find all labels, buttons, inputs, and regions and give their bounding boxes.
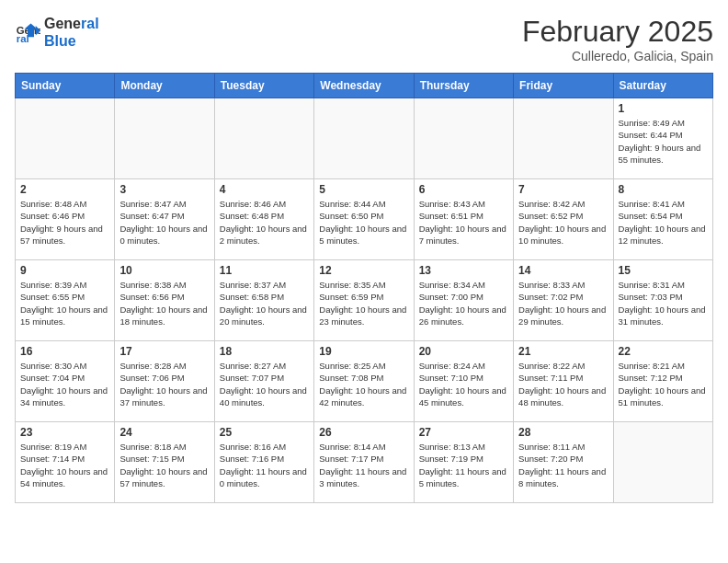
day-info: Sunrise: 8:27 AM Sunset: 7:07 PM Dayligh… (220, 360, 309, 408)
logo-blue: Blue (44, 32, 99, 50)
day-info: Sunrise: 8:11 AM Sunset: 7:20 PM Dayligh… (518, 441, 608, 489)
day-info: Sunrise: 8:24 AM Sunset: 7:10 PM Dayligh… (419, 360, 508, 408)
page-header: Gene ral General Blue February 2025 Cull… (15, 15, 713, 63)
calendar-cell: 26Sunrise: 8:14 AM Sunset: 7:17 PM Dayli… (314, 422, 414, 503)
day-number: 7 (518, 183, 608, 196)
day-number: 9 (20, 264, 109, 277)
calendar-cell: 20Sunrise: 8:24 AM Sunset: 7:10 PM Dayli… (414, 341, 513, 422)
calendar-week-3: 16Sunrise: 8:30 AM Sunset: 7:04 PM Dayli… (16, 341, 713, 422)
weekday-monday: Monday (115, 74, 214, 98)
day-number: 3 (119, 183, 209, 196)
calendar-cell: 12Sunrise: 8:35 AM Sunset: 6:59 PM Dayli… (314, 260, 414, 341)
calendar-week-2: 9Sunrise: 8:39 AM Sunset: 6:55 PM Daylig… (16, 260, 713, 341)
calendar-cell: 19Sunrise: 8:25 AM Sunset: 7:08 PM Dayli… (314, 341, 414, 422)
day-number: 12 (319, 264, 408, 277)
calendar-cell: 25Sunrise: 8:16 AM Sunset: 7:16 PM Dayli… (214, 422, 313, 503)
calendar-cell (314, 98, 414, 179)
weekday-sunday: Sunday (16, 74, 115, 98)
calendar-cell: 1Sunrise: 8:49 AM Sunset: 6:44 PM Daylig… (613, 98, 712, 179)
weekday-wednesday: Wednesday (314, 74, 414, 98)
day-number: 16 (20, 345, 109, 358)
day-info: Sunrise: 8:47 AM Sunset: 6:47 PM Dayligh… (119, 198, 209, 247)
calendar-cell: 15Sunrise: 8:31 AM Sunset: 7:03 PM Dayli… (613, 260, 712, 341)
calendar-cell: 13Sunrise: 8:34 AM Sunset: 7:00 PM Dayli… (414, 260, 513, 341)
day-number: 25 (220, 426, 309, 439)
calendar-cell: 18Sunrise: 8:27 AM Sunset: 7:07 PM Dayli… (214, 341, 313, 422)
day-number: 1 (619, 102, 708, 115)
calendar-cell: 27Sunrise: 8:13 AM Sunset: 7:19 PM Dayli… (414, 422, 513, 503)
logo: Gene ral General Blue (15, 15, 99, 50)
day-number: 6 (419, 183, 508, 196)
svg-text:ral: ral (17, 34, 29, 45)
calendar-cell: 9Sunrise: 8:39 AM Sunset: 6:55 PM Daylig… (16, 260, 115, 341)
weekday-saturday: Saturday (613, 74, 712, 98)
day-info: Sunrise: 8:30 AM Sunset: 7:04 PM Dayligh… (20, 360, 109, 408)
location: Culleredo, Galicia, Spain (522, 49, 713, 63)
logo-general: General (44, 15, 99, 32)
weekday-thursday: Thursday (414, 74, 513, 98)
logo-icon: Gene ral (15, 19, 40, 45)
calendar-cell: 7Sunrise: 8:42 AM Sunset: 6:52 PM Daylig… (514, 179, 613, 260)
day-number: 27 (419, 426, 508, 439)
calendar-cell: 3Sunrise: 8:47 AM Sunset: 6:47 PM Daylig… (115, 179, 214, 260)
day-info: Sunrise: 8:35 AM Sunset: 6:59 PM Dayligh… (319, 279, 408, 327)
calendar-cell: 10Sunrise: 8:38 AM Sunset: 6:56 PM Dayli… (115, 260, 214, 341)
day-info: Sunrise: 8:19 AM Sunset: 7:14 PM Dayligh… (20, 441, 109, 489)
day-number: 28 (518, 426, 608, 439)
calendar-cell: 14Sunrise: 8:33 AM Sunset: 7:02 PM Dayli… (514, 260, 613, 341)
day-info: Sunrise: 8:25 AM Sunset: 7:08 PM Dayligh… (319, 360, 408, 408)
day-number: 21 (518, 345, 608, 358)
day-info: Sunrise: 8:39 AM Sunset: 6:55 PM Dayligh… (20, 279, 109, 327)
calendar-cell (214, 98, 313, 179)
day-info: Sunrise: 8:28 AM Sunset: 7:06 PM Dayligh… (119, 360, 209, 408)
calendar-cell: 28Sunrise: 8:11 AM Sunset: 7:20 PM Dayli… (514, 422, 613, 503)
day-info: Sunrise: 8:43 AM Sunset: 6:51 PM Dayligh… (419, 198, 508, 247)
day-number: 20 (419, 345, 508, 358)
calendar-cell (16, 98, 115, 179)
day-info: Sunrise: 8:34 AM Sunset: 7:00 PM Dayligh… (419, 279, 508, 327)
calendar: SundayMondayTuesdayWednesdayThursdayFrid… (15, 73, 713, 503)
day-info: Sunrise: 8:31 AM Sunset: 7:03 PM Dayligh… (619, 279, 708, 327)
day-info: Sunrise: 8:38 AM Sunset: 6:56 PM Dayligh… (119, 279, 209, 327)
day-number: 19 (319, 345, 408, 358)
day-info: Sunrise: 8:49 AM Sunset: 6:44 PM Dayligh… (619, 117, 708, 166)
day-info: Sunrise: 8:14 AM Sunset: 7:17 PM Dayligh… (319, 441, 408, 489)
day-info: Sunrise: 8:48 AM Sunset: 6:46 PM Dayligh… (20, 198, 109, 247)
calendar-cell: 4Sunrise: 8:46 AM Sunset: 6:48 PM Daylig… (214, 179, 313, 260)
day-number: 4 (220, 183, 309, 196)
weekday-friday: Friday (514, 74, 613, 98)
calendar-cell: 21Sunrise: 8:22 AM Sunset: 7:11 PM Dayli… (514, 341, 613, 422)
day-info: Sunrise: 8:21 AM Sunset: 7:12 PM Dayligh… (619, 360, 708, 408)
day-number: 22 (619, 345, 708, 358)
calendar-cell (414, 98, 513, 179)
calendar-header: SundayMondayTuesdayWednesdayThursdayFrid… (16, 74, 713, 98)
day-info: Sunrise: 8:22 AM Sunset: 7:11 PM Dayligh… (518, 360, 608, 408)
day-info: Sunrise: 8:37 AM Sunset: 6:58 PM Dayligh… (220, 279, 309, 327)
day-number: 8 (619, 183, 708, 196)
day-info: Sunrise: 8:46 AM Sunset: 6:48 PM Dayligh… (220, 198, 309, 247)
day-number: 13 (419, 264, 508, 277)
calendar-cell: 6Sunrise: 8:43 AM Sunset: 6:51 PM Daylig… (414, 179, 513, 260)
calendar-cell: 23Sunrise: 8:19 AM Sunset: 7:14 PM Dayli… (16, 422, 115, 503)
day-info: Sunrise: 8:44 AM Sunset: 6:50 PM Dayligh… (319, 198, 408, 247)
day-info: Sunrise: 8:13 AM Sunset: 7:19 PM Dayligh… (419, 441, 508, 489)
day-number: 24 (119, 426, 209, 439)
day-number: 23 (20, 426, 109, 439)
month-title: February 2025 (522, 15, 713, 49)
calendar-cell: 5Sunrise: 8:44 AM Sunset: 6:50 PM Daylig… (314, 179, 414, 260)
calendar-cell (514, 98, 613, 179)
day-number: 26 (319, 426, 408, 439)
day-number: 18 (220, 345, 309, 358)
calendar-cell: 2Sunrise: 8:48 AM Sunset: 6:46 PM Daylig… (16, 179, 115, 260)
weekday-header-row: SundayMondayTuesdayWednesdayThursdayFrid… (16, 74, 713, 98)
title-block: February 2025 Culleredo, Galicia, Spain (522, 15, 713, 63)
calendar-cell (613, 422, 712, 503)
calendar-cell (115, 98, 214, 179)
day-info: Sunrise: 8:41 AM Sunset: 6:54 PM Dayligh… (619, 198, 708, 247)
calendar-cell: 17Sunrise: 8:28 AM Sunset: 7:06 PM Dayli… (115, 341, 214, 422)
calendar-cell: 11Sunrise: 8:37 AM Sunset: 6:58 PM Dayli… (214, 260, 313, 341)
day-info: Sunrise: 8:33 AM Sunset: 7:02 PM Dayligh… (518, 279, 608, 327)
day-number: 17 (119, 345, 209, 358)
calendar-week-4: 23Sunrise: 8:19 AM Sunset: 7:14 PM Dayli… (16, 422, 713, 503)
day-number: 5 (319, 183, 408, 196)
